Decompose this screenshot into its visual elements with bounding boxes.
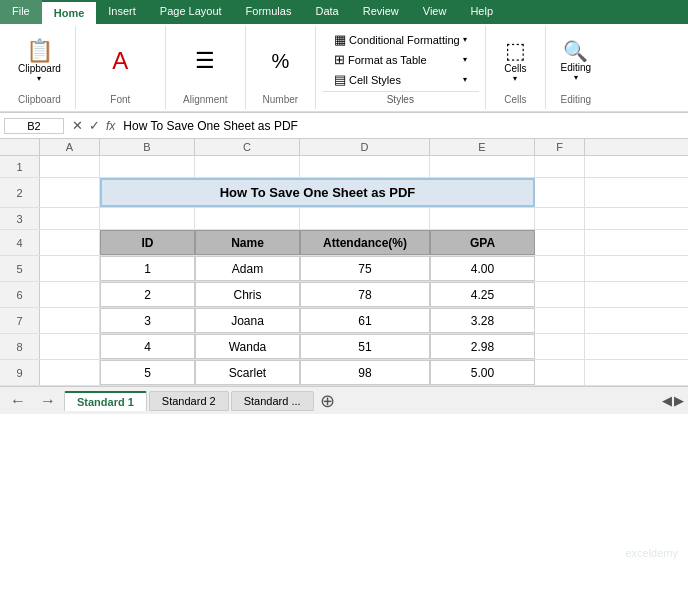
cells-btn[interactable]: ⬚ Cells ▾ [497, 37, 533, 86]
cell-a4[interactable] [40, 230, 100, 255]
cell-e6[interactable]: 4.25 [430, 282, 535, 307]
cancel-formula-btn[interactable]: ✕ [70, 118, 85, 133]
sheet-tab-standard3[interactable]: Standard ... [231, 391, 314, 411]
row-header-5[interactable]: 5 [0, 256, 40, 281]
cell-styles-btn[interactable]: ▤ Cell Styles ▾ [329, 70, 472, 89]
cell-c7[interactable]: Joana [195, 308, 300, 333]
cell-c9[interactable]: Scarlet [195, 360, 300, 385]
row-header-7[interactable]: 7 [0, 308, 40, 333]
cell-b2-title[interactable]: How To Save One Sheet as PDF [100, 178, 535, 207]
cell-f9[interactable] [535, 360, 585, 385]
cell-d4[interactable]: Attendance(%) [300, 230, 430, 255]
row-header-3[interactable]: 3 [0, 208, 40, 229]
cell-b6[interactable]: 2 [100, 282, 195, 307]
cell-b1[interactable] [100, 156, 195, 177]
cell-d8[interactable]: 51 [300, 334, 430, 359]
cell-a9[interactable] [40, 360, 100, 385]
cell-a1[interactable] [40, 156, 100, 177]
sheet-scroll-right-btn[interactable]: ▶ [674, 393, 684, 408]
table-row: 4 ID Name Attendance(%) GPA [0, 230, 688, 256]
confirm-formula-btn[interactable]: ✓ [87, 118, 102, 133]
cell-e5[interactable]: 4.00 [430, 256, 535, 281]
cell-d9[interactable]: 98 [300, 360, 430, 385]
tab-page-layout[interactable]: Page Layout [148, 0, 234, 24]
sheet-tab-standard1[interactable]: Standard 1 [64, 391, 147, 411]
cell-b3[interactable] [100, 208, 195, 229]
cell-e3[interactable] [430, 208, 535, 229]
clipboard-btn[interactable]: 📋 Clipboard ▾ [12, 37, 67, 86]
conditional-formatting-arrow: ▾ [463, 35, 467, 44]
cell-f5[interactable] [535, 256, 585, 281]
formula-input[interactable] [119, 118, 684, 134]
cell-a8[interactable] [40, 334, 100, 359]
cell-c6[interactable]: Chris [195, 282, 300, 307]
cell-d7[interactable]: 61 [300, 308, 430, 333]
col-header-f[interactable]: F [535, 139, 585, 155]
cell-c1[interactable] [195, 156, 300, 177]
sheet-tab-standard2[interactable]: Standard 2 [149, 391, 229, 411]
sheet-scroll-left-btn[interactable]: ◀ [662, 393, 672, 408]
alignment-group-label: Alignment [174, 94, 237, 105]
number-btn[interactable]: % [262, 48, 298, 74]
cell-f2[interactable] [535, 178, 585, 207]
name-box[interactable] [4, 118, 64, 134]
cell-f1[interactable] [535, 156, 585, 177]
tab-help[interactable]: Help [458, 0, 505, 24]
cell-c5[interactable]: Adam [195, 256, 300, 281]
cell-e4[interactable]: GPA [430, 230, 535, 255]
cell-e7[interactable]: 3.28 [430, 308, 535, 333]
conditional-formatting-btn[interactable]: ▦ Conditional Formatting ▾ [329, 30, 472, 49]
cell-a2[interactable] [40, 178, 100, 207]
format-as-table-btn[interactable]: ⊞ Format as Table ▾ [329, 50, 472, 69]
cell-f6[interactable] [535, 282, 585, 307]
cell-c4[interactable]: Name [195, 230, 300, 255]
tab-view[interactable]: View [411, 0, 459, 24]
col-header-d[interactable]: D [300, 139, 430, 155]
cell-d3[interactable] [300, 208, 430, 229]
cell-d5[interactable]: 75 [300, 256, 430, 281]
scroll-sheet-left-btn[interactable]: → [34, 392, 62, 410]
cell-d1[interactable] [300, 156, 430, 177]
alignment-btn[interactable]: ☰ [187, 47, 223, 75]
add-sheet-plus-btn[interactable]: ⊕ [320, 390, 335, 412]
cell-f7[interactable] [535, 308, 585, 333]
cell-a5[interactable] [40, 256, 100, 281]
editing-btn[interactable]: 🔍 Editing ▾ [555, 38, 598, 85]
add-sheet-btn[interactable]: ← [4, 392, 32, 410]
cell-c3[interactable] [195, 208, 300, 229]
row-header-4[interactable]: 4 [0, 230, 40, 255]
cell-b9[interactable]: 5 [100, 360, 195, 385]
tab-data[interactable]: Data [303, 0, 350, 24]
col-header-e[interactable]: E [430, 139, 535, 155]
cell-f8[interactable] [535, 334, 585, 359]
cell-c8[interactable]: Wanda [195, 334, 300, 359]
tab-review[interactable]: Review [351, 0, 411, 24]
col-header-b[interactable]: B [100, 139, 195, 155]
row-header-1[interactable]: 1 [0, 156, 40, 177]
row-header-2[interactable]: 2 [0, 178, 40, 207]
col-header-a[interactable]: A [40, 139, 100, 155]
tab-home[interactable]: Home [42, 0, 97, 24]
cell-b5[interactable]: 1 [100, 256, 195, 281]
cell-e8[interactable]: 2.98 [430, 334, 535, 359]
tab-file[interactable]: File [0, 0, 42, 24]
cell-b8[interactable]: 4 [100, 334, 195, 359]
row-header-6[interactable]: 6 [0, 282, 40, 307]
cell-e9[interactable]: 5.00 [430, 360, 535, 385]
font-btn[interactable]: A [102, 46, 138, 77]
col-header-c[interactable]: C [195, 139, 300, 155]
cell-a7[interactable] [40, 308, 100, 333]
cell-a6[interactable] [40, 282, 100, 307]
row-header-8[interactable]: 8 [0, 334, 40, 359]
cell-b4[interactable]: ID [100, 230, 195, 255]
fx-label: fx [106, 119, 115, 133]
tab-formulas[interactable]: Formulas [234, 0, 304, 24]
cell-a3[interactable] [40, 208, 100, 229]
cell-b7[interactable]: 3 [100, 308, 195, 333]
row-header-9[interactable]: 9 [0, 360, 40, 385]
cell-e1[interactable] [430, 156, 535, 177]
cell-f3[interactable] [535, 208, 585, 229]
tab-insert[interactable]: Insert [96, 0, 148, 24]
cell-d6[interactable]: 78 [300, 282, 430, 307]
cell-f4[interactable] [535, 230, 585, 255]
